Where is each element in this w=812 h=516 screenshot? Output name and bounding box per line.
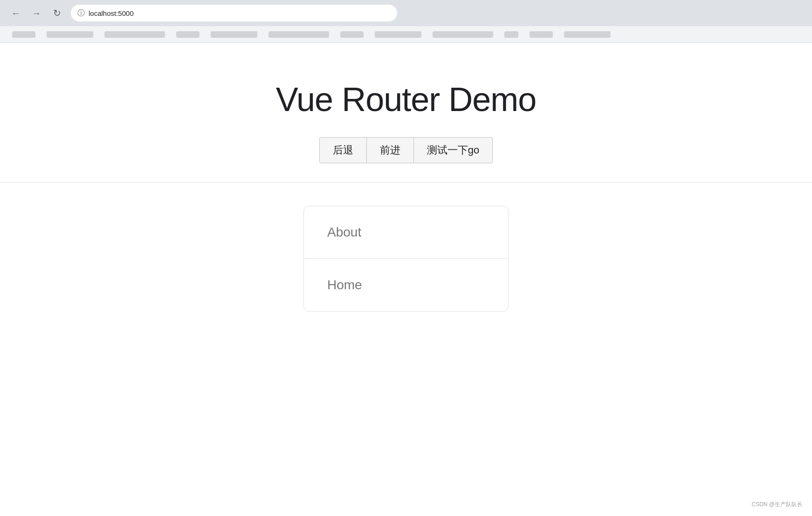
bookmark-item[interactable] xyxy=(428,28,498,41)
bookmark-item[interactable] xyxy=(525,28,557,41)
bookmark-placeholder xyxy=(47,31,93,38)
router-item-about[interactable]: About xyxy=(304,206,508,259)
nav-buttons xyxy=(7,5,65,21)
bookmark-placeholder xyxy=(12,31,35,38)
back-button[interactable] xyxy=(7,5,24,21)
address-text: localhost:5000 xyxy=(89,9,391,17)
bookmark-item[interactable] xyxy=(264,28,334,41)
bookmark-placeholder xyxy=(530,31,553,38)
bookmark-placeholder xyxy=(375,31,421,38)
bookmark-item[interactable] xyxy=(42,28,98,41)
address-bar[interactable]: localhost:5000 xyxy=(71,5,397,21)
bookmark-item[interactable] xyxy=(559,28,615,41)
bookmark-item[interactable] xyxy=(500,28,523,41)
router-card: About Home xyxy=(303,206,509,312)
browser-chrome: localhost:5000 xyxy=(0,0,812,43)
back-arrow-icon xyxy=(11,8,21,19)
bookmark-item[interactable] xyxy=(206,28,262,41)
bookmark-item[interactable] xyxy=(336,28,368,41)
refresh-button[interactable] xyxy=(48,5,65,21)
forward-button[interactable] xyxy=(28,5,45,21)
bookmark-placeholder xyxy=(564,31,611,38)
page-content: Vue Router Demo 后退 前进 测试一下go About Home … xyxy=(0,43,812,516)
button-row: 后退 前进 测试一下go xyxy=(319,137,493,163)
forward-arrow-icon xyxy=(32,8,41,19)
bookmark-item[interactable] xyxy=(172,28,204,41)
page-title: Vue Router Demo xyxy=(276,80,537,119)
bookmarks-bar xyxy=(0,26,812,43)
section-divider xyxy=(0,182,812,182)
bookmark-item[interactable] xyxy=(7,28,40,41)
watermark: CSDN @生产队队长 xyxy=(751,501,803,509)
bookmark-placeholder xyxy=(104,31,165,38)
refresh-icon xyxy=(53,7,61,19)
bookmark-item[interactable] xyxy=(100,28,170,41)
test-go-button[interactable]: 测试一下go xyxy=(414,137,493,163)
info-icon xyxy=(77,8,85,18)
back-nav-button[interactable]: 后退 xyxy=(319,137,367,163)
bookmark-placeholder xyxy=(176,31,200,38)
router-item-home[interactable]: Home xyxy=(304,259,508,311)
browser-toolbar: localhost:5000 xyxy=(0,0,812,26)
forward-nav-button[interactable]: 前进 xyxy=(367,137,414,163)
bookmark-placeholder xyxy=(268,31,329,38)
bookmark-placeholder xyxy=(504,31,518,38)
bookmark-item[interactable] xyxy=(370,28,426,41)
bookmark-placeholder xyxy=(433,31,493,38)
bookmark-placeholder xyxy=(211,31,257,38)
bookmark-placeholder xyxy=(340,31,364,38)
